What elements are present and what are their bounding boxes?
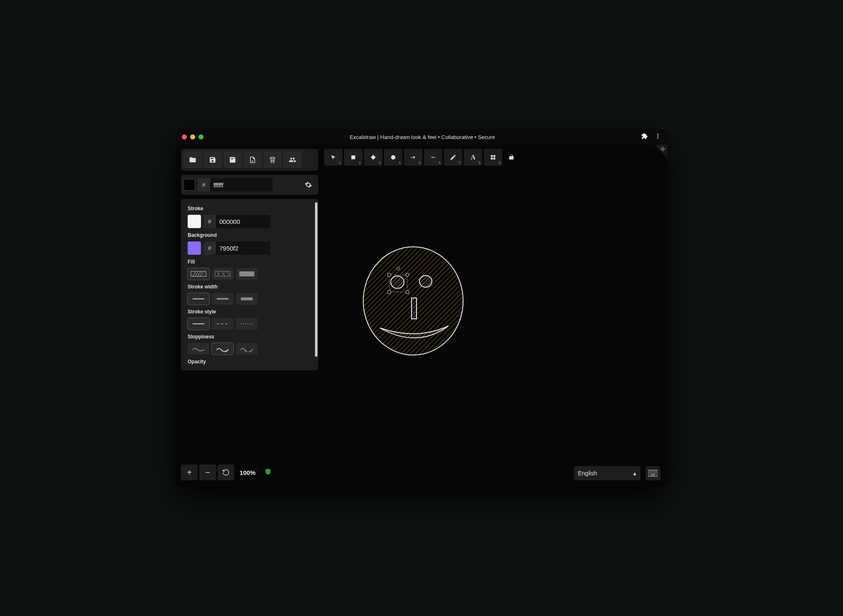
sloppiness-options [188, 343, 312, 355]
left-panel-stack: # Stroke # Background # [181, 149, 318, 370]
stroke-med[interactable] [212, 293, 233, 305]
encrypted-icon [264, 468, 272, 477]
canvas-color-input[interactable] [210, 178, 273, 191]
fill-cross[interactable] [212, 268, 233, 280]
canvas-color-swatch[interactable] [183, 179, 195, 191]
language-select[interactable]: English ▴ [574, 466, 640, 480]
tool-text[interactable]: A 8 [464, 149, 482, 166]
stroke-label: Stroke [188, 206, 312, 211]
tool-diamond[interactable]: 3 [364, 149, 382, 166]
tool-shortcut: 4 [399, 161, 401, 165]
app-window: Excalidraw | Hand-drawn look & feel • Co… [176, 129, 667, 487]
stroke-dashed[interactable] [212, 318, 233, 330]
sloppiness-label: Sloppiness [188, 334, 312, 340]
content-area: 1 2 3 4 5 6 7 [176, 145, 667, 487]
tool-select[interactable]: 1 [324, 149, 342, 166]
settings-button[interactable] [301, 177, 316, 192]
canvas-drawing [359, 245, 467, 361]
svg-rect-36 [650, 471, 650, 472]
collaborate-button[interactable] [283, 152, 302, 168]
stroke-width-options [188, 293, 312, 305]
tool-ellipse[interactable]: 4 [384, 149, 402, 166]
minimize-window-button[interactable] [190, 134, 195, 139]
stroke-style-options [188, 318, 312, 330]
export-button[interactable] [243, 152, 262, 168]
extension-icon[interactable] [641, 133, 648, 141]
hash-label: # [198, 178, 210, 191]
titlebar-right [641, 133, 661, 141]
clear-button[interactable] [263, 152, 282, 168]
svg-rect-40 [655, 471, 656, 472]
slop-artist[interactable] [212, 343, 233, 355]
file-toolbar [181, 149, 318, 171]
svg-rect-14 [493, 155, 496, 157]
svg-rect-37 [651, 471, 652, 472]
close-window-button[interactable] [182, 134, 187, 139]
footer-left: + − 100% [181, 464, 272, 480]
shape-toolbar: 1 2 3 4 5 6 7 [324, 149, 519, 166]
zoom-out-button[interactable]: − [199, 464, 216, 480]
stroke-color-input[interactable] [216, 215, 270, 228]
selection-box[interactable] [389, 275, 407, 292]
opacity-label: Opacity [188, 359, 312, 365]
background-color-input[interactable] [216, 241, 270, 255]
svg-rect-13 [491, 155, 493, 157]
stroke-dotted[interactable] [236, 318, 258, 330]
stroke-solid[interactable] [188, 318, 209, 330]
keyboard-shortcuts-button[interactable] [645, 466, 660, 480]
svg-rect-45 [655, 473, 656, 474]
tool-shortcut: 3 [379, 161, 381, 165]
svg-point-2 [657, 137, 659, 139]
stroke-swatch[interactable] [188, 215, 201, 228]
hash-label: # [203, 215, 216, 228]
tool-shortcut: 9 [498, 161, 501, 165]
svg-rect-43 [652, 473, 653, 474]
fill-label: Fill [188, 259, 312, 265]
tool-library[interactable]: 9 [484, 149, 502, 166]
titlebar: Excalidraw | Hand-drawn look & feel • Co… [176, 129, 667, 145]
tool-shortcut: 7 [459, 161, 461, 165]
svg-point-10 [391, 155, 396, 160]
svg-point-1 [657, 136, 659, 137]
window-controls [182, 134, 203, 139]
svg-rect-8 [412, 298, 417, 319]
chevron-up-icon: ▴ [633, 470, 636, 477]
zoom-in-button[interactable]: + [181, 464, 198, 480]
tool-arrow[interactable]: 5 [404, 149, 422, 166]
save-button[interactable] [203, 152, 222, 168]
open-button[interactable] [183, 152, 202, 168]
window-title: Excalidraw | Hand-drawn look & feel • Co… [203, 134, 641, 140]
canvas-color-island: # [181, 175, 318, 195]
svg-point-7 [419, 276, 432, 287]
svg-rect-44 [654, 473, 655, 474]
svg-rect-41 [650, 473, 650, 474]
stroke-thick[interactable] [236, 293, 258, 305]
stroke-width-label: Stroke width [188, 284, 312, 290]
svg-rect-15 [491, 158, 493, 160]
tool-rectangle[interactable]: 2 [344, 149, 362, 166]
fill-solid[interactable] [236, 268, 258, 280]
maximize-window-button[interactable] [198, 134, 203, 139]
slop-architect[interactable] [188, 343, 209, 355]
fill-options [188, 268, 312, 280]
svg-line-27 [227, 271, 230, 276]
zoom-level[interactable]: 100% [236, 464, 259, 480]
tool-lock[interactable] [504, 149, 519, 166]
stroke-thin[interactable] [188, 293, 209, 305]
tool-line[interactable]: 6 [424, 149, 442, 166]
svg-point-0 [657, 134, 659, 135]
github-corner-icon[interactable] [655, 145, 667, 157]
zoom-reset-button[interactable] [218, 464, 234, 480]
footer-right: English ▴ [574, 466, 660, 480]
text-glyph: A [471, 154, 476, 161]
background-swatch[interactable] [188, 241, 201, 255]
svg-rect-39 [654, 471, 655, 472]
fill-hachure[interactable] [188, 268, 209, 280]
stroke-style-label: Stroke style [188, 309, 312, 315]
slop-cartoonist[interactable] [236, 343, 258, 355]
tool-draw[interactable]: 7 [444, 149, 462, 166]
svg-rect-9 [351, 155, 355, 159]
svg-rect-16 [493, 158, 496, 160]
save-as-button[interactable] [223, 152, 242, 168]
menu-icon[interactable] [655, 133, 661, 141]
